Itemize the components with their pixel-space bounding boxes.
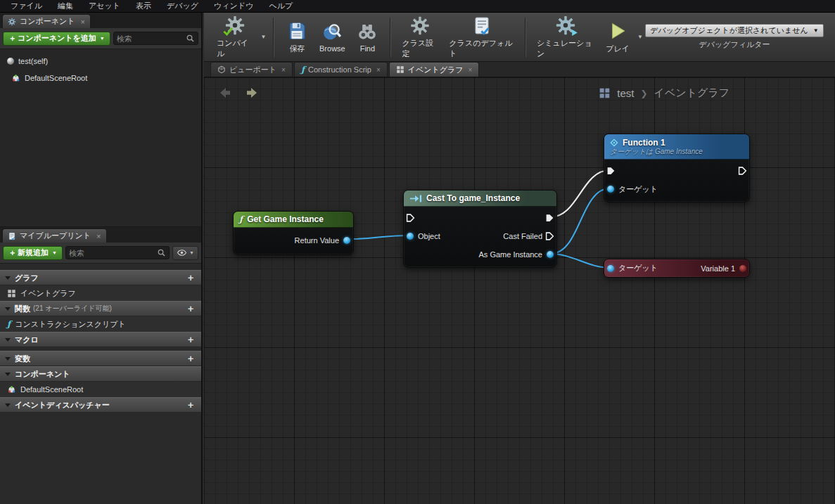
- node-get-game-instance[interactable]: ƒ Get Game Instance Return Value: [233, 211, 354, 255]
- main-area: コンパイル ▼ 保存 Browse Find クラス設定: [204, 13, 835, 504]
- add-component-button[interactable]: ＋ コンポーネントを追加 ▼: [3, 32, 110, 46]
- search-icon: [157, 248, 166, 257]
- compile-label: コンパイル: [217, 38, 253, 59]
- item-label: イベントグラフ: [20, 288, 76, 299]
- simulate-icon: [555, 15, 576, 36]
- add-event-dispatcher-button[interactable]: ＋: [185, 399, 196, 411]
- my-blueprint-search[interactable]: [65, 246, 170, 259]
- save-button[interactable]: 保存: [279, 15, 314, 59]
- section-header-functions[interactable]: 関数 (21 オーバーライド可能) ＋: [0, 301, 201, 316]
- menu-edit[interactable]: 編集: [50, 0, 81, 12]
- node-function-1[interactable]: Function 1 ターゲットは Game Instance ターゲット: [604, 134, 750, 202]
- menu-help[interactable]: ヘルプ: [261, 0, 300, 12]
- components-search-input[interactable]: [117, 34, 186, 43]
- tab-viewport[interactable]: ビューポート ×: [210, 62, 293, 77]
- browse-button[interactable]: Browse: [314, 15, 350, 59]
- construction-script-icon: ƒ: [301, 65, 305, 75]
- add-function-button[interactable]: ＋: [185, 302, 196, 315]
- item-event-graph[interactable]: イベントグラフ: [0, 285, 201, 301]
- section-header-components[interactable]: コンポーネント: [0, 366, 201, 382]
- node-header[interactable]: Cast To game_Instance: [404, 190, 556, 207]
- close-icon[interactable]: ×: [281, 66, 286, 74]
- section-header-event-dispatchers[interactable]: イベントディスパッチャー ＋: [0, 397, 201, 413]
- node-set-variable-1[interactable]: ターゲット Variable 1: [604, 259, 750, 278]
- add-component-label: コンポーネントを追加: [18, 33, 96, 44]
- compile-button[interactable]: コンパイル: [211, 15, 258, 59]
- breadcrumb-root[interactable]: test: [617, 87, 634, 99]
- components-toolbar: ＋ コンポーネントを追加 ▼: [0, 28, 201, 49]
- item-default-scene-root[interactable]: DefaultSceneRoot: [0, 382, 201, 397]
- find-button[interactable]: Find: [350, 15, 385, 59]
- exec-in-pin[interactable]: [406, 214, 415, 223]
- variable-1-pin[interactable]: [739, 265, 746, 272]
- item-construction-script[interactable]: ƒ コンストラクションスクリプト: [0, 316, 201, 332]
- nav-forward-button[interactable]: [243, 84, 260, 101]
- section-header-graphs[interactable]: グラフ ＋: [0, 270, 201, 285]
- menu-debug[interactable]: デバッグ: [159, 0, 206, 12]
- scene-root-icon: [7, 385, 16, 394]
- tab-label: Construction Scrip: [308, 65, 371, 74]
- my-blueprint-list: グラフ ＋ イベントグラフ 関数 (21 オーバーライド可能) ＋ ƒ コンスト…: [0, 264, 201, 504]
- exec-out-pin[interactable]: [738, 167, 747, 176]
- close-icon[interactable]: ×: [376, 66, 381, 74]
- close-icon[interactable]: ×: [96, 232, 101, 240]
- tab-my-blueprint[interactable]: マイブループリント ×: [2, 228, 107, 243]
- tab-label: マイブループリント: [20, 231, 91, 241]
- components-tree: test(self) DefaultSceneRoot: [0, 49, 201, 227]
- menu-window[interactable]: ウィンドウ: [206, 0, 261, 12]
- graph-canvas[interactable]: test ❯ イベントグラフ ƒ Get Game Instance Retur…: [204, 77, 835, 504]
- tab-construction-script[interactable]: ƒ Construction Scrip ×: [294, 62, 388, 77]
- compile-options-caret[interactable]: ▼: [260, 34, 266, 40]
- play-button[interactable]: プレイ: [600, 15, 635, 59]
- my-blueprint-tab-bar: マイブループリント ×: [0, 227, 201, 243]
- tree-item-label: DefaultSceneRoot: [25, 74, 87, 82]
- pin-label: Object: [418, 232, 440, 240]
- menu-bar: ファイル 編集 アセット 表示 デバッグ ウィンドウ ヘルプ: [0, 0, 835, 13]
- tree-item-test-self[interactable]: test(self): [0, 53, 201, 70]
- add-graph-button[interactable]: ＋: [185, 271, 196, 284]
- nav-back-button[interactable]: [217, 84, 234, 101]
- document-tab-bar: ビューポート × ƒ Construction Scrip × イベントグラフ …: [204, 62, 835, 77]
- my-blueprint-toolbar: ＋ 新規追加 ▼ ▼: [0, 243, 201, 264]
- node-header[interactable]: Function 1 ターゲットは Game Instance: [604, 134, 749, 160]
- add-new-button[interactable]: ＋ 新規追加 ▼: [3, 246, 63, 260]
- menu-view[interactable]: 表示: [128, 0, 159, 12]
- node-header[interactable]: ƒ Get Game Instance: [234, 212, 353, 228]
- play-options-caret[interactable]: ▼: [637, 34, 643, 40]
- add-variable-button[interactable]: ＋: [185, 352, 196, 365]
- components-search[interactable]: [113, 32, 198, 45]
- menu-file[interactable]: ファイル: [3, 0, 50, 12]
- tab-components[interactable]: コンポーネント ×: [2, 14, 91, 28]
- event-graph-icon: [396, 65, 404, 74]
- close-icon[interactable]: ×: [469, 66, 473, 74]
- view-options-button[interactable]: ▼: [172, 246, 198, 260]
- my-blueprint-search-input[interactable]: [69, 249, 157, 257]
- exec-in-pin[interactable]: [606, 167, 616, 176]
- section-header-variables[interactable]: 変数 ＋: [0, 351, 201, 366]
- as-game-instance-pin[interactable]: [547, 251, 554, 258]
- add-macro-button[interactable]: ＋: [185, 333, 196, 346]
- class-settings-button[interactable]: クラス設定: [396, 15, 443, 59]
- my-blueprint-icon: [8, 232, 16, 240]
- debug-object-value: デバッグオブジェクトが選択されていません: [650, 25, 808, 36]
- menu-asset[interactable]: アセット: [81, 0, 128, 12]
- check-icon: [222, 24, 236, 38]
- class-defaults-button[interactable]: クラスのデフォルト: [443, 15, 520, 59]
- play-icon: [607, 20, 628, 41]
- section-header-macros[interactable]: マクロ ＋: [0, 332, 201, 347]
- chevron-icon: ❯: [640, 89, 647, 98]
- simulate-button[interactable]: シミュレーション: [531, 15, 600, 59]
- wire-asgameinstance-to-function-target: [551, 188, 610, 254]
- node-cast-to-game-instance[interactable]: Cast To game_Instance Object Cast Failed: [403, 190, 557, 268]
- close-icon[interactable]: ×: [81, 18, 85, 26]
- item-label: コンストラクションスクリプト: [15, 319, 126, 330]
- tree-item-default-scene-root[interactable]: DefaultSceneRoot: [0, 70, 201, 86]
- debug-object-dropdown[interactable]: デバッグオブジェクトが選択されていません ▼: [645, 24, 824, 37]
- variable-target-pin[interactable]: [607, 265, 614, 272]
- tab-event-graph[interactable]: イベントグラフ ×: [389, 62, 480, 77]
- target-pin[interactable]: [607, 186, 614, 193]
- cast-failed-pin[interactable]: [545, 232, 554, 241]
- exec-out-pin[interactable]: [545, 214, 554, 223]
- object-pin[interactable]: [407, 233, 414, 240]
- return-value-pin[interactable]: [343, 237, 350, 244]
